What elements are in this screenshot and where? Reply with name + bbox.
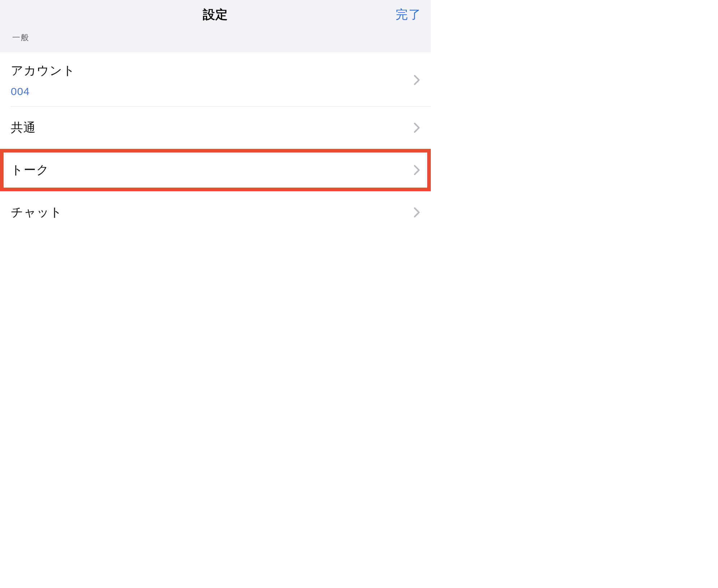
row-account-title: アカウント — [11, 62, 75, 79]
row-chat-title: チャット — [11, 204, 62, 221]
row-talk-title: トーク — [11, 162, 49, 178]
row-chat[interactable]: チャット — [0, 191, 431, 234]
row-account[interactable]: アカウント 004 — [0, 52, 431, 106]
settings-header: 設定 完了 一般 — [0, 0, 431, 52]
row-common[interactable]: 共通 — [0, 107, 431, 149]
chevron-right-icon — [414, 207, 420, 218]
section-label-general: 一般 — [0, 23, 431, 47]
row-account-value: 004 — [11, 85, 75, 98]
chevron-right-icon — [414, 165, 420, 175]
settings-list: アカウント 004 共通 トーク チャット — [0, 52, 431, 234]
page-title: 設定 — [0, 6, 431, 23]
chevron-right-icon — [414, 75, 420, 85]
row-talk[interactable]: トーク — [0, 149, 431, 191]
chevron-right-icon — [414, 122, 420, 133]
row-common-title: 共通 — [11, 119, 36, 136]
done-button[interactable]: 完了 — [396, 6, 421, 23]
